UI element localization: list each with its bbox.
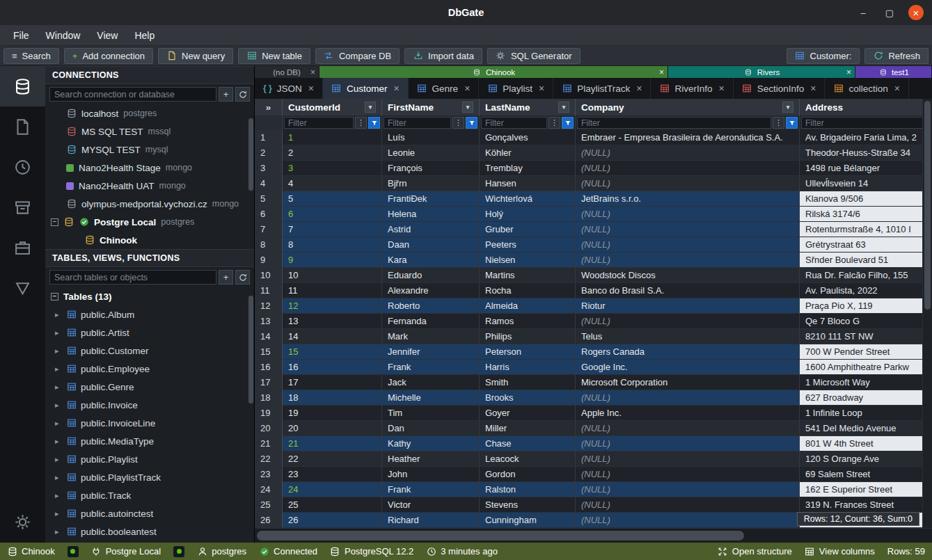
chevron-right-icon[interactable]: ▸ — [55, 383, 62, 392]
row-number[interactable]: 26 — [255, 513, 283, 528]
table-row[interactable]: 2222HeatherLeacock(NULL)120 S Orange Ave — [255, 451, 932, 467]
grid-cell[interactable]: Miller — [480, 421, 576, 436]
grid-cell[interactable]: Microsoft Corporation — [576, 375, 800, 390]
grid-cell[interactable]: Praça Pio X, 119 — [800, 298, 932, 314]
tables-scrollbar[interactable] — [248, 296, 253, 403]
grid-cell[interactable]: Theodor-Heuss-Straße 34 — [800, 145, 932, 161]
filter-funnel-button[interactable] — [786, 117, 798, 129]
connection-mysql-test[interactable]: MYSQL TESTmysql — [45, 141, 254, 159]
grid-cell[interactable]: 13 — [283, 314, 382, 329]
status-open-structure[interactable]: Open structure — [718, 546, 792, 557]
filter-funnel-button[interactable] — [466, 117, 477, 129]
close-tab-icon[interactable]: × — [539, 83, 544, 94]
filter-funnel-button[interactable] — [562, 117, 574, 129]
close-tab-icon[interactable]: × — [719, 83, 725, 94]
table-row[interactable]: 2020DanMiller(NULL)541 Del Medio Avenue — [255, 421, 932, 436]
grid-corner[interactable]: » — [255, 99, 283, 115]
grid-cell[interactable]: Daan — [382, 237, 480, 253]
grid-cell[interactable]: (NULL) — [576, 482, 800, 497]
grid-cell[interactable]: 21 — [283, 436, 382, 451]
grid-cell[interactable]: Av. Paulista, 2022 — [800, 283, 932, 298]
grid-cell[interactable]: Harris — [480, 360, 576, 375]
chevron-down-icon[interactable]: ▾ — [365, 102, 376, 113]
grid-cell[interactable]: (NULL) — [576, 176, 800, 191]
grid-cell[interactable]: 26 — [283, 513, 382, 528]
filter-menu-button[interactable]: ⋮ — [355, 117, 367, 129]
grid-cell[interactable]: Stevens — [480, 497, 576, 513]
chevron-right-icon[interactable]: ▸ — [55, 328, 62, 337]
grid-cell[interactable]: 6 — [283, 207, 382, 222]
grid-cell[interactable]: 627 Broadway — [800, 390, 932, 406]
grid-cell[interactable]: Goyer — [480, 406, 576, 421]
grid-cell[interactable]: Fernanda — [382, 314, 480, 329]
grid-cell[interactable]: Av. Brigadeiro Faria Lima, 2 — [800, 130, 932, 145]
grid-cell[interactable]: Nielsen — [480, 253, 576, 268]
grid-cell[interactable]: 1 Microsoft Way — [800, 375, 932, 390]
grid-cell[interactable]: Philips — [480, 329, 576, 344]
grid-cell[interactable]: 1 — [283, 130, 382, 145]
grid-cell[interactable]: (NULL) — [576, 421, 800, 436]
row-number[interactable]: 7 — [255, 222, 283, 237]
grid-cell[interactable]: 24 — [283, 482, 382, 497]
grid-cell[interactable]: Leonie — [382, 145, 480, 161]
chevron-right-icon[interactable]: ▸ — [55, 419, 62, 428]
filter-menu-button[interactable]: ⋮ — [773, 117, 784, 129]
close-tab-icon[interactable]: × — [846, 67, 851, 77]
grid-cell[interactable]: Hansen — [480, 176, 576, 191]
grid-cell[interactable]: Gordon — [480, 467, 576, 482]
horizontal-scrollbar[interactable] — [255, 528, 932, 543]
table-row[interactable]: 66HelenaHolý(NULL)Rilská 3174/6 — [255, 207, 932, 222]
row-number[interactable]: 4 — [255, 176, 283, 191]
connection-search-input[interactable] — [49, 87, 216, 102]
activity-tri-button[interactable] — [0, 268, 45, 308]
grid-cell[interactable]: Alexandre — [382, 283, 480, 298]
grid-cell[interactable]: Ralston — [480, 482, 576, 497]
grid-cell[interactable]: (NULL) — [576, 145, 800, 161]
toolbar-sql-generator[interactable]: SQL Generator — [487, 48, 580, 64]
grid-cell[interactable]: 162 E Superior Street — [800, 482, 932, 497]
close-button[interactable]: × — [908, 5, 924, 20]
grid-cell[interactable]: Victor — [382, 497, 480, 513]
grid-cell[interactable]: 1600 Amphitheatre Parkw — [800, 360, 932, 375]
vertical-scrollbar[interactable] — [922, 99, 932, 528]
grid-cell[interactable]: 19 — [283, 406, 382, 421]
grid-cell[interactable]: Jennifer — [382, 344, 480, 360]
table-row[interactable]: 22LeonieKöhler(NULL)Theodor-Heuss-Straße… — [255, 145, 932, 161]
grid-cell[interactable]: Brooks — [480, 390, 576, 406]
grid-cell[interactable]: (NULL) — [576, 253, 800, 268]
table-item-public-album[interactable]: ▸public.Album — [45, 305, 254, 323]
close-tab-icon[interactable]: × — [393, 83, 399, 94]
grid-cell[interactable]: 17 — [283, 375, 382, 390]
chevron-right-icon[interactable]: ▸ — [55, 509, 62, 518]
grid-cell[interactable]: 22 — [283, 451, 382, 467]
filter-menu-button[interactable]: ⋮ — [452, 117, 464, 129]
row-number[interactable]: 20 — [255, 421, 283, 436]
grid-cell[interactable]: JetBrains s.r.o. — [576, 191, 800, 207]
tables-group[interactable]: − Tables (13) — [45, 287, 254, 305]
row-number[interactable]: 16 — [255, 360, 283, 375]
grid-cell[interactable]: Martins — [480, 268, 576, 283]
grid-cell[interactable]: 10 — [283, 268, 382, 283]
grid-cell[interactable]: 4 — [283, 176, 382, 191]
close-tab-icon[interactable]: × — [810, 83, 816, 94]
chevron-right-icon[interactable]: ▸ — [55, 527, 62, 536]
close-tab-icon[interactable]: × — [659, 67, 664, 77]
grid-cell[interactable]: 3 — [283, 161, 382, 176]
filter-funnel-button[interactable] — [368, 117, 380, 129]
table-row[interactable]: 1010EduardoMartinsWoodstock DiscosRua Dr… — [255, 268, 932, 283]
chevron-right-icon[interactable]: ▸ — [55, 437, 62, 446]
grid-cell[interactable]: Chase — [480, 436, 576, 451]
chevron-down-icon[interactable]: ▾ — [558, 102, 569, 113]
tab-playlisttrack[interactable]: PlaylistTrack× — [553, 78, 651, 99]
row-number[interactable]: 11 — [255, 283, 283, 298]
grid-cell[interactable]: (NULL) — [576, 467, 800, 482]
tab-collection[interactable]: collection× — [825, 78, 908, 99]
grid-cell[interactable]: Rocha — [480, 283, 576, 298]
grid-cell[interactable]: Holý — [480, 207, 576, 222]
grid-cell[interactable]: Sřnder Boulevard 51 — [800, 253, 932, 268]
grid-cell[interactable]: Riotur — [576, 298, 800, 314]
menu-help[interactable]: Help — [127, 27, 162, 44]
grid-cell[interactable]: 8 — [283, 237, 382, 253]
filter-input-lastname[interactable] — [481, 117, 547, 129]
grid-cell[interactable]: Leacock — [480, 451, 576, 467]
